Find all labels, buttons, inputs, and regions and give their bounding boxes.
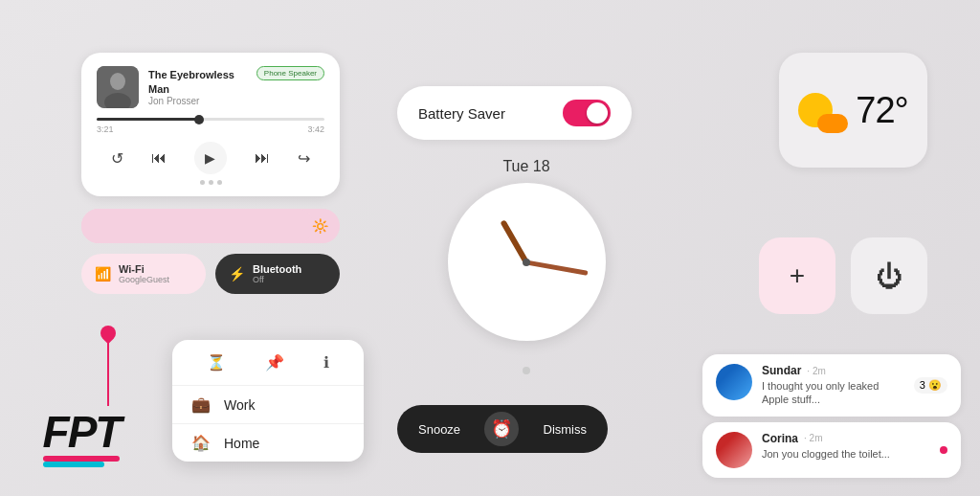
time-current: 3:21 [97,124,114,134]
alarm-bar: Snooze ⏰ Dismiss [397,405,608,453]
hour-hand [500,219,528,263]
menu-item-work[interactable]: 💼 Work [172,386,364,423]
notification-sundar[interactable]: Sundar · 2m I thought you only leaked Ap… [702,354,961,417]
music-artist: Jon Prosser [148,96,256,106]
notif-text-sundar: I thought you only leaked Apple stuff... [762,379,904,407]
weather-temperature: 72° [856,90,907,131]
battery-saver-toggle[interactable] [563,100,611,126]
pin-area [100,326,116,406]
fpt-underline-cyan [43,462,105,467]
wifi-icon: 📶 [95,266,111,282]
weather-widget: 72° [779,53,927,168]
avatar-sundar [716,364,752,400]
notif-name-sundar: Sundar [762,364,801,377]
wifi-chip[interactable]: 📶 Wi-Fi GoogleGuest [81,254,206,294]
main-container: The Eyebrowless Man Jon Prosser Phone Sp… [0,0,980,496]
dot-2 [209,180,213,185]
wifi-label: Wi-Fi [119,263,169,275]
phone-speaker-badge: Phone Speaker [256,66,324,80]
hourglass-icon[interactable]: ⏳ [203,349,230,375]
page-dots [97,180,324,185]
notification-corina[interactable]: Corina · 2m Jon you clogged the toilet..… [702,422,961,478]
clock-bottom-dot [523,367,530,374]
quick-actions: + ⏻ [759,237,927,314]
center-dot [523,259,530,266]
pin-head-icon [98,323,120,345]
music-top-row: The Eyebrowless Man Jon Prosser Phone Sp… [97,66,324,108]
notif-content-sundar: Sundar · 2m I thought you only leaked Ap… [762,364,904,407]
music-player: The Eyebrowless Man Jon Prosser Phone Sp… [81,53,340,196]
prev-button[interactable]: ⏮ [151,149,167,167]
brightness-icon: 🔆 [312,218,328,234]
replay-button[interactable]: ↺ [111,149,123,168]
home-icon: 🏠 [191,434,211,452]
pin-icon[interactable]: 📌 [261,349,288,375]
menu-item-home[interactable]: 🏠 Home [172,424,364,462]
dot-1 [200,180,205,185]
share-button[interactable]: ↪ [298,149,310,168]
bluetooth-icon: ⚡ [229,266,245,282]
bt-sublabel: Off [253,275,301,284]
home-label: Home [224,436,259,451]
notif-name-corina: Corina [762,432,798,445]
dismiss-button[interactable]: Dismiss [530,417,601,442]
notif-time-sundar: · 2m [807,366,825,376]
add-button[interactable]: + [759,237,835,314]
snooze-button[interactable]: Snooze [405,417,474,442]
progress-track [97,118,324,121]
clock-widget: Tue 18 [431,158,622,359]
svg-point-1 [110,73,125,90]
album-art [97,66,139,108]
weather-icon [798,85,848,135]
clock-date: Tue 18 [502,158,549,175]
notif-header-sundar: Sundar · 2m [762,364,904,377]
brightness-fill [81,209,314,243]
clock-face [448,183,606,341]
notif-reaction-sundar: 3 😮 [914,377,947,394]
context-menu: ⏳ 📌 ℹ 💼 Work 🏠 Home [172,340,364,462]
avatar-corina [716,432,752,468]
bt-label: Bluetooth [253,263,301,275]
wifi-text: Wi-Fi GoogleGuest [119,263,169,284]
fpt-logo: FPT [29,395,134,467]
brightness-slider-row[interactable]: 🔆 [81,209,340,243]
cloud-icon [817,114,848,133]
music-left: The Eyebrowless Man Jon Prosser [97,66,256,108]
progress-thumb [194,115,204,124]
notif-content-corina: Corina · 2m Jon you clogged the toilet..… [762,432,930,461]
time-total: 3:42 [307,124,324,134]
info-icon[interactable]: ℹ [320,349,333,375]
fpt-text: FPT [43,406,121,458]
notif-time-corina: · 2m [804,433,822,443]
network-row: 📶 Wi-Fi GoogleGuest ⚡ Bluetooth Off [81,254,340,294]
notifications-panel: Sundar · 2m I thought you only leaked Ap… [702,354,961,478]
alarm-clock-icon: ⏰ [484,412,519,446]
next-button[interactable]: ⏭ [255,149,270,167]
power-button[interactable]: ⏻ [851,237,927,314]
work-label: Work [224,397,255,413]
work-icon: 💼 [191,395,211,414]
bluetooth-chip[interactable]: ⚡ Bluetooth Off [215,254,340,294]
notif-header-corina: Corina · 2m [762,432,930,445]
battery-saver-widget: Battery Saver [397,86,632,140]
fpt-underline-pink [43,456,121,462]
time-row: 3:21 3:42 [97,124,324,134]
brightness-track[interactable]: 🔆 [81,209,340,243]
music-controls: ↺ ⏮ ▶ ⏭ ↪ [97,142,324,174]
wifi-sublabel: GoogleGuest [119,275,169,284]
music-info: The Eyebrowless Man Jon Prosser [148,68,256,106]
notif-text-corina: Jon you clogged the toilet... [762,447,930,461]
menu-top-row: ⏳ 📌 ℹ [172,340,364,386]
toggle-knob [587,102,608,124]
battery-saver-label: Battery Saver [418,105,505,122]
minute-hand [526,259,589,275]
progress-bar[interactable] [97,118,324,121]
bt-text: Bluetooth Off [253,263,301,284]
album-art-image [97,66,139,108]
notif-dot-corina [940,446,947,454]
weather-inner: 72° [798,85,907,135]
dot-3 [217,180,222,185]
play-button[interactable]: ▶ [194,142,227,174]
music-title: The Eyebrowless Man [148,68,256,96]
progress-fill [97,118,199,121]
